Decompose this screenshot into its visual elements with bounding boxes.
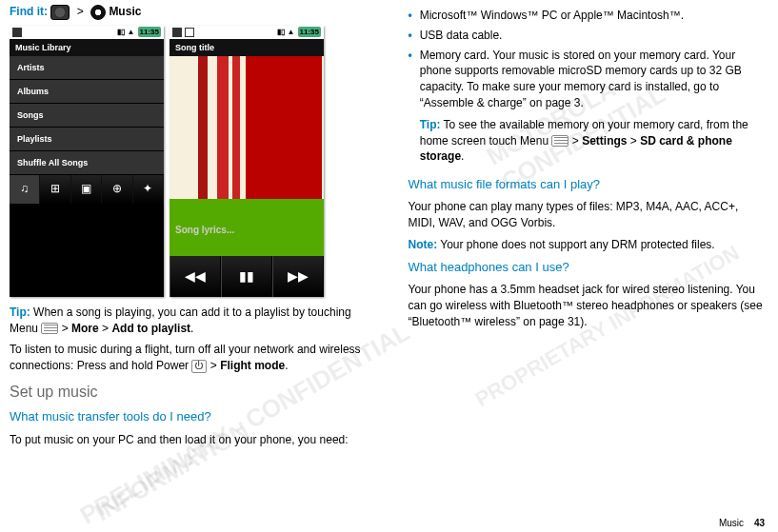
bullet-dot: • [409,28,412,44]
gt: > [73,5,88,18]
play-indicator-icon [185,28,194,37]
status-icon [12,28,22,37]
pause-button[interactable]: ▮▮ [221,256,272,297]
library-item-songs[interactable]: Songs [10,104,164,128]
menu-key-icon [551,135,569,147]
screen-header: Music Library [10,39,164,56]
launcher-icon [50,5,70,20]
screenshot-music-library: ▮▯ ▲ 11:35 Music Library Artists Albums … [10,26,164,297]
music-app-icon [90,5,106,20]
find-it-line: Find it: > Music [10,4,370,20]
findit-label: Find it: [10,5,48,18]
subsection-formats: What music file formats can I play? [409,176,769,193]
nav-item[interactable]: ⊞ [40,175,70,204]
tip-label: Tip: [10,305,30,319]
footer-section: Music [719,518,744,528]
previous-button[interactable]: ◀◀ [170,256,221,297]
page-footer: Music 43 [719,518,765,528]
status-clock: 11:35 [138,27,161,37]
library-item-playlists[interactable]: Playlists [10,128,164,151]
flight-mode-text: To listen to music during a flight, turn… [10,342,370,374]
screenshot-now-playing: ▮▯ ▲ 11:35 Song title Song lyrics... ◀◀ … [170,26,324,297]
headphones-text: Your phone has a 3.5mm headset jack for … [409,282,769,329]
nav-item[interactable]: ✦ [133,175,164,204]
bullet-dot: • [409,8,412,24]
subsection-transfer-tools: What music transfer tools do I need? [10,408,370,425]
footer-page-number: 43 [754,518,765,528]
song-lyrics-label: Song lyrics... [175,224,234,237]
nav-music-icon[interactable]: ♫ [10,175,40,204]
section-setup-music: Set up music [10,382,370,403]
library-item-albums[interactable]: Albums [10,80,164,104]
status-icon [172,28,182,37]
formats-text: Your phone can play many types of files:… [409,199,769,231]
next-button[interactable]: ▶▶ [272,256,324,297]
tip-label: Tip: [420,118,441,131]
music-label: Music [109,5,141,18]
signal-icon: ▮▯ [277,27,285,37]
setup-intro: To put music on your PC and then load it… [10,432,370,448]
bullet-usb: USB data cable. [420,28,768,44]
subsection-headphones: What headphones can I use? [409,259,769,276]
album-art: Song lyrics... [170,56,324,256]
menu-key-icon [41,323,58,334]
power-key-icon [191,360,207,373]
drm-note: Note: Your phone does not support any DR… [409,237,769,253]
screen-header: Song title [170,39,324,56]
nav-item[interactable]: ▣ [71,175,102,204]
bullet-memory: Memory card. Your music is stored on you… [420,48,768,171]
bullet-dot: • [409,48,412,171]
library-item-artists[interactable]: Artists [10,56,164,80]
note-label: Note: [409,238,438,251]
status-clock: 11:35 [298,27,321,37]
bullet-pc: Microsoft™ Windows™ PC or Apple™ Macinto… [420,8,768,24]
signal-icon: ▮▯ [117,27,125,37]
library-item-shuffle[interactable]: Shuffle All Songs [10,151,164,175]
tip-playlist: Tip: When a song is playing, you can add… [10,305,370,337]
wifi-icon: ▲ [128,27,135,37]
nav-item[interactable]: ⊕ [102,175,132,204]
wifi-icon: ▲ [288,27,295,37]
